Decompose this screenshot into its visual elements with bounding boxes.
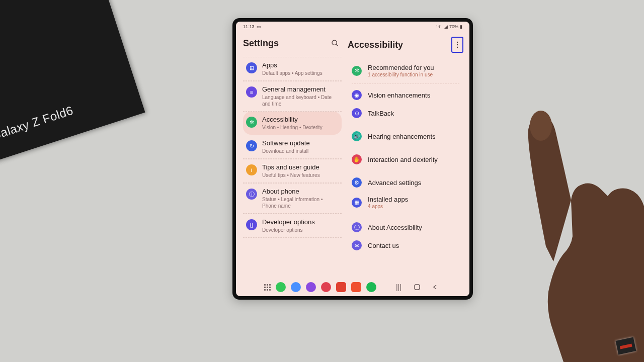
svg-point-6 — [530, 111, 552, 141]
accessibility-icon: ✲ — [246, 117, 257, 128]
installed-apps-icon: ▦ — [352, 198, 362, 208]
taskbar: ||| — [236, 278, 469, 296]
settings-item-about-phone[interactable]: ⓘ About phone Status • Legal information… — [243, 183, 342, 214]
apps-icon: ⊞ — [246, 62, 257, 73]
signal-icon: ◢ — [444, 24, 448, 29]
svg-point-0 — [332, 40, 337, 45]
status-icon: ▭ — [257, 24, 261, 29]
settings-item-apps[interactable]: ⊞ Apps Default apps • App settings — [243, 57, 342, 81]
more-options-button[interactable] — [451, 37, 463, 53]
watermark-logo — [615, 337, 636, 355]
settings-item-tips[interactable]: i Tips and user guide Useful tips • New … — [243, 159, 342, 183]
accessibility-item-recommended[interactable]: ✲ Recommended for you 1 accessibility fu… — [348, 60, 463, 81]
accessibility-item-vision[interactable]: ◉ Vision enhancements — [348, 86, 463, 104]
interaction-icon: ✋ — [352, 154, 362, 164]
accessibility-item-installed-apps[interactable]: ▦ Installed apps 4 apps — [348, 192, 463, 213]
tips-icon: i — [246, 164, 257, 175]
battery-icon: ▮ — [460, 24, 462, 29]
accessibility-item-about[interactable]: ⓘ About Accessibility — [348, 218, 463, 236]
battery-text: 70% — [449, 24, 458, 29]
settings-item-software-update[interactable]: ↻ Software update Download and install — [243, 135, 342, 159]
advanced-settings-icon: ⚙ — [352, 177, 362, 188]
taskbar-app-messages[interactable] — [291, 282, 301, 292]
settings-item-developer-options[interactable]: {} Developer options Developer options — [243, 214, 342, 238]
vision-icon: ◉ — [352, 90, 362, 100]
nav-recents-button[interactable]: ||| — [392, 283, 406, 291]
accessibility-item-hearing[interactable]: 🔊 Hearing enhancements — [348, 127, 463, 145]
accessibility-pane: Accessibility ✲ Recommended for you 1 ac… — [346, 32, 469, 278]
accessibility-item-contact[interactable]: ✉ Contact us — [348, 236, 463, 254]
software-update-icon: ↻ — [246, 140, 257, 151]
general-management-icon: ≡ — [246, 86, 257, 98]
recommended-icon: ✲ — [352, 66, 362, 76]
status-time: 11:13 — [243, 24, 255, 29]
contact-us-icon: ✉ — [352, 240, 362, 250]
talkback-icon: ⊙ — [352, 108, 362, 118]
app-drawer-button[interactable] — [264, 284, 271, 291]
svg-rect-5 — [415, 285, 420, 290]
svg-line-1 — [336, 44, 338, 46]
settings-item-general-management[interactable]: ≡ General management Language and keyboa… — [243, 81, 342, 112]
settings-item-accessibility[interactable]: ✲ Accessibility Vision • Hearing • Dexte… — [243, 112, 342, 135]
product-box-label: Galaxy Z Fold6 — [0, 103, 75, 143]
taskbar-app-viber[interactable] — [306, 282, 316, 292]
accessibility-item-talkback[interactable]: ⊙ TalkBack — [348, 104, 463, 122]
screen: 11:13 ▭ ⋮ᯤ ◢ 70% ▮ Settings ⊞ — [236, 22, 469, 296]
accessibility-item-interaction[interactable]: ✋ Interaction and dexterity — [348, 150, 463, 168]
tablet-device: 11:13 ▭ ⋮ᯤ ◢ 70% ▮ Settings ⊞ — [232, 18, 473, 300]
hearing-icon: 🔊 — [352, 131, 362, 141]
wifi-icon: ⋮ᯤ — [436, 24, 443, 29]
taskbar-app-phone[interactable] — [276, 282, 286, 292]
svg-point-2 — [457, 42, 458, 43]
accessibility-title: Accessibility — [348, 40, 403, 50]
settings-list-pane: Settings ⊞ Apps Default apps • App setti… — [236, 32, 346, 278]
nav-back-button[interactable] — [429, 284, 442, 290]
taskbar-app-6[interactable] — [351, 282, 361, 292]
accessibility-item-advanced[interactable]: ⚙ Advanced settings — [348, 173, 463, 192]
divider — [352, 83, 459, 84]
product-box: Galaxy Z Fold6 — [0, 0, 145, 167]
settings-title: Settings — [243, 38, 279, 49]
taskbar-app-spotify[interactable] — [366, 282, 376, 292]
taskbar-app-youtube[interactable] — [336, 282, 346, 292]
status-bar: 11:13 ▭ ⋮ᯤ ◢ 70% ▮ — [236, 22, 469, 32]
developer-options-icon: {} — [246, 219, 257, 230]
about-accessibility-icon: ⓘ — [352, 222, 362, 232]
taskbar-app-4[interactable] — [321, 282, 331, 292]
about-phone-icon: ⓘ — [246, 189, 257, 200]
search-button[interactable] — [329, 37, 342, 50]
svg-point-4 — [457, 47, 458, 48]
nav-home-button[interactable] — [411, 284, 424, 291]
svg-point-3 — [457, 44, 458, 45]
